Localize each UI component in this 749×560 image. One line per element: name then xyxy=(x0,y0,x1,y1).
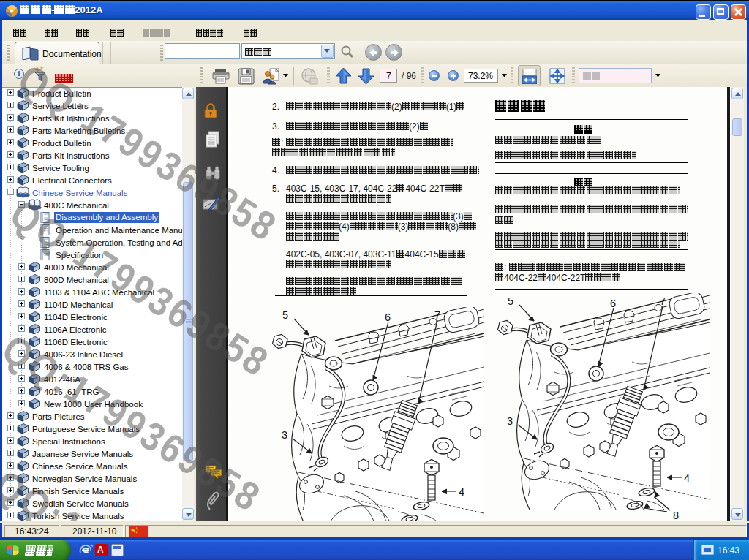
svg-text:8: 8 xyxy=(673,510,679,521)
